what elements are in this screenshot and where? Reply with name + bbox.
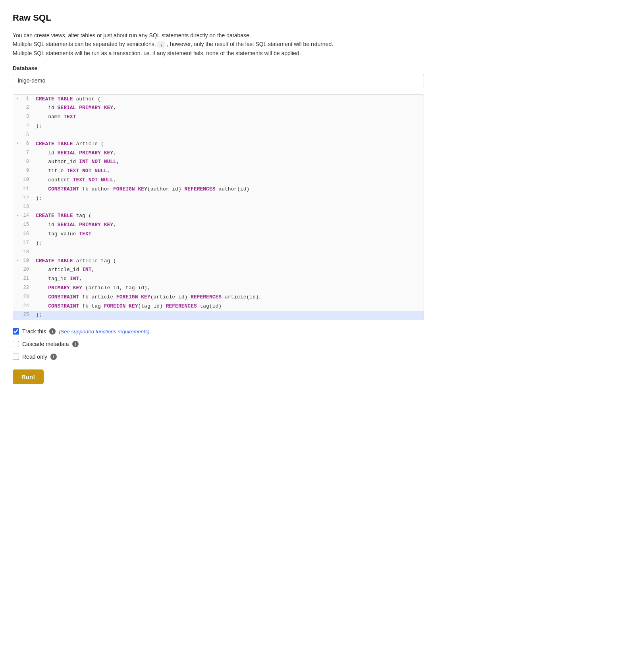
code-line: 23 CONSTRAINT fk_article FOREIGN KEY(art… [13,293,424,302]
code-line: 11 CONSTRAINT fk_author FOREIGN KEY(auth… [13,185,424,194]
code-content [34,203,424,204]
fold-arrow-icon[interactable]: ▾ [16,258,20,264]
code-content: CONSTRAINT fk_article FOREIGN KEY(articl… [34,293,424,302]
code-content: ); [34,194,424,203]
code-content: title TEXT NOT NULL, [34,167,424,176]
cascade-metadata-info-icon[interactable]: i [72,341,79,347]
line-number: 24 [21,302,29,310]
code-content: CREATE TABLE tag ( [34,212,424,221]
line-number: 21 [21,275,29,283]
code-content: CONSTRAINT fk_author FOREIGN KEY(author_… [34,185,424,194]
line-number: 17 [21,239,29,247]
code-content: CREATE TABLE author ( [34,95,424,104]
fold-arrow-icon[interactable]: ▾ [16,213,20,219]
line-number: 6 [21,140,29,148]
code-line: 4); [13,122,424,131]
read-only-info-icon[interactable]: i [50,354,57,360]
description-block: You can create views, alter tables or ju… [13,31,424,58]
code-line: ▾1CREATE TABLE author ( [13,95,424,104]
track-this-label[interactable]: Track this [22,328,46,335]
code-content: CREATE TABLE article ( [34,140,424,149]
code-line: 8 author_id INT NOT NULL, [13,158,424,167]
code-content: content TEXT NOT NULL, [34,176,424,185]
code-content: name TEXT [34,113,424,122]
code-line: 12); [13,194,424,203]
line-number: 16 [21,230,29,238]
line-number: 11 [21,185,29,193]
code-line: ▾6CREATE TABLE article ( [13,140,424,149]
line-number: 25 [21,311,29,319]
code-line: 22 PRIMARY KEY (article_id, tag_id), [13,284,424,293]
read-only-checkbox[interactable] [13,354,19,360]
code-line: 21 tag_id INT, [13,275,424,284]
run-button[interactable]: Run! [13,369,44,384]
code-content: author_id INT NOT NULL, [34,158,424,167]
line-number: 1 [21,95,29,103]
code-line: 3 name TEXT [13,113,424,122]
line-number: 23 [21,293,29,301]
code-line: 10 content TEXT NOT NULL, [13,176,424,185]
semicolon-code: ; [157,41,165,48]
code-line: 2 id SERIAL PRIMARY KEY, [13,104,424,113]
code-content: id SERIAL PRIMARY KEY, [34,221,424,230]
track-this-link[interactable]: (See supported functions requirements) [59,329,149,335]
code-content: article_id INT, [34,265,424,275]
line-number: 8 [21,158,29,165]
description-line3: Multiple SQL statements will be run as a… [13,49,424,58]
code-line: 25); [13,311,424,320]
line-number: 12 [21,194,29,202]
code-content [34,131,424,132]
line-number: 22 [21,284,29,292]
sql-editor[interactable]: ▾1CREATE TABLE author (2 id SERIAL PRIMA… [13,94,424,321]
line-number: 18 [21,248,29,256]
line-number: 2 [21,104,29,112]
code-content: ); [34,311,424,320]
cascade-metadata-row: Cascade metadata i [13,341,424,347]
cascade-metadata-checkbox[interactable] [13,341,19,347]
code-content [34,248,424,249]
code-line: 5 [13,131,424,140]
description-line2: Multiple SQL statements can be separated… [13,40,424,49]
track-this-checkbox[interactable] [13,328,19,335]
code-content: CONSTRAINT fk_tag FOREIGN KEY(tag_id) RE… [34,302,424,311]
code-line: 18 [13,248,424,257]
code-content: ); [34,122,424,131]
track-this-info-icon[interactable]: i [49,328,56,335]
line-number: 20 [21,266,29,273]
line-number: 13 [21,203,29,211]
description-line1: You can create views, alter tables or ju… [13,31,424,40]
line-number: 19 [21,257,29,265]
code-line: 7 id SERIAL PRIMARY KEY, [13,149,424,158]
code-content: id SERIAL PRIMARY KEY, [34,104,424,113]
code-content: PRIMARY KEY (article_id, tag_id), [34,284,424,293]
code-content: id SERIAL PRIMARY KEY, [34,149,424,158]
code-line: 13 [13,203,424,212]
database-input[interactable] [13,74,424,87]
line-number: 15 [21,221,29,229]
page-title: Raw SQL [13,13,424,23]
line-number: 7 [21,149,29,157]
line-number: 9 [21,167,29,175]
line-number: 14 [21,212,29,219]
cascade-metadata-label[interactable]: Cascade metadata [22,341,69,347]
code-line: 24 CONSTRAINT fk_tag FOREIGN KEY(tag_id)… [13,302,424,311]
code-content: tag_id INT, [34,275,424,284]
line-number: 10 [21,176,29,184]
read-only-row: Read only i [13,354,424,360]
code-line: 9 title TEXT NOT NULL, [13,167,424,176]
code-content: tag_value TEXT [34,230,424,239]
code-content: ); [34,239,424,248]
code-content: CREATE TABLE article_tag ( [34,257,424,266]
track-this-row: Track this i (See supported functions re… [13,328,424,335]
line-number: 3 [21,113,29,121]
code-line: 17); [13,239,424,248]
read-only-label[interactable]: Read only [22,354,47,360]
code-line: ▾19CREATE TABLE article_tag ( [13,257,424,266]
line-number: 4 [21,122,29,130]
code-line: 15 id SERIAL PRIMARY KEY, [13,221,424,230]
code-line: 20 article_id INT, [13,265,424,275]
code-line: ▾14CREATE TABLE tag ( [13,212,424,221]
fold-arrow-icon[interactable]: ▾ [16,140,20,147]
fold-arrow-icon[interactable]: ▾ [16,96,20,102]
database-label: Database [13,65,424,71]
